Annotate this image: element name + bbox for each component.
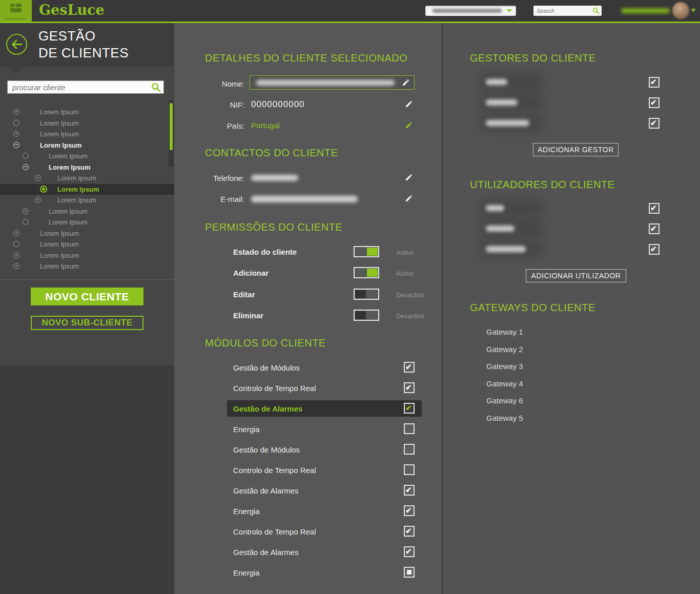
selected-radio-icon[interactable]: [40, 186, 47, 193]
gateway-item[interactable]: Gateway 2: [486, 345, 523, 354]
tree-item[interactable]: Lorem Ipsum: [0, 118, 174, 129]
edit-email-icon[interactable]: [405, 194, 413, 202]
edit-phone-icon[interactable]: [405, 173, 413, 181]
gateway-item[interactable]: Gateway 6: [486, 396, 523, 405]
new-subclient-button[interactable]: NOVO SUB-CLIENTE: [31, 316, 143, 330]
user-checkbox[interactable]: ✔: [649, 223, 660, 234]
geluce-client-management-page: DASHBOARD GesLuce GESTÃO: [0, 0, 700, 594]
module-checkbox[interactable]: [404, 423, 415, 434]
add-manager-button[interactable]: ADICIONAR GESTOR: [533, 143, 619, 156]
plus-circle-icon[interactable]: +: [13, 263, 19, 269]
module-checkbox[interactable]: ✔: [404, 382, 415, 393]
module-row[interactable]: Controlo de Tempo Real✔: [227, 380, 422, 396]
module-row[interactable]: Gestão de Alarmes✔: [227, 482, 422, 499]
module-checkbox[interactable]: ✔: [404, 526, 415, 537]
tree-item[interactable]: +Lorem Ipsum: [0, 228, 174, 239]
module-checkbox[interactable]: [404, 464, 415, 475]
permission-row: EliminarDesactivo: [174, 310, 442, 323]
name-input[interactable]: [250, 75, 415, 90]
module-checkbox[interactable]: ✔: [404, 362, 415, 373]
brand-logo[interactable]: GesLuce: [39, 2, 105, 18]
module-checkbox[interactable]: ✔: [404, 546, 415, 557]
permission-row: EditarDesactivo: [174, 289, 442, 302]
module-row[interactable]: Energia: [227, 421, 422, 437]
column-divider: [442, 23, 443, 594]
tree-item[interactable]: +Lorem Ipsum: [0, 195, 174, 206]
module-row[interactable]: Gestão de Módulos: [227, 441, 422, 458]
client-search-input[interactable]: [12, 82, 146, 92]
plus-circle-icon[interactable]: +: [13, 252, 19, 258]
gateway-item[interactable]: Gateway 4: [486, 379, 523, 388]
module-row[interactable]: Gestão de Alarmes✔: [227, 400, 422, 417]
plus-circle-icon[interactable]: +: [35, 197, 41, 203]
tree-item[interactable]: Lorem Ipsum: [0, 239, 174, 250]
gateway-item[interactable]: Gateway 1: [486, 327, 523, 336]
module-checkbox[interactable]: ✔: [404, 505, 415, 516]
manager-checkbox[interactable]: ✔: [649, 97, 660, 108]
permission-toggle[interactable]: [354, 289, 379, 300]
minus-circle-icon[interactable]: −: [23, 164, 29, 170]
permission-label: Estado do cliente: [233, 248, 297, 256]
new-client-button[interactable]: NOVO CLIENTE: [31, 288, 143, 305]
module-checkbox[interactable]: ✔: [404, 403, 415, 414]
circle-circle-icon[interactable]: [13, 120, 19, 126]
circle-circle-icon[interactable]: [23, 153, 29, 159]
module-checkbox[interactable]: [404, 567, 415, 578]
tree-item[interactable]: +Lorem Ipsum: [0, 250, 174, 261]
tree-item[interactable]: +Lorem Ipsum: [0, 129, 174, 140]
check-mark: ✔: [650, 224, 657, 233]
search-icon[interactable]: [592, 7, 600, 14]
edit-nif-icon[interactable]: [405, 100, 413, 108]
user-menu[interactable]: [615, 0, 697, 22]
minus-circle-icon[interactable]: −: [13, 142, 19, 148]
circle-circle-icon[interactable]: [13, 241, 19, 247]
client-select-dropdown[interactable]: [425, 6, 516, 16]
tree-item[interactable]: −Lorem Ipsum: [0, 162, 174, 173]
manager-checkbox[interactable]: ✔: [649, 118, 660, 129]
user-name-redacted: [486, 226, 514, 232]
tree-item[interactable]: +Lorem Ipsum: [0, 206, 174, 217]
sidebar-scrollbar-thumb[interactable]: [170, 103, 173, 150]
permission-toggle[interactable]: [354, 310, 379, 321]
plus-circle-icon[interactable]: +: [23, 208, 29, 214]
plus-circle-icon[interactable]: +: [13, 131, 19, 137]
gateway-item[interactable]: Gateway 5: [486, 414, 523, 422]
module-row[interactable]: Controlo de Tempo Real✔: [227, 523, 422, 540]
permission-toggle[interactable]: [354, 246, 379, 257]
tree-item[interactable]: +Lorem Ipsum: [0, 173, 174, 184]
dashboard-button-label: DASHBOARD: [0, 17, 32, 21]
module-row[interactable]: Energia: [227, 564, 422, 581]
plus-circle-icon[interactable]: +: [13, 230, 19, 236]
edit-country-icon[interactable]: [405, 121, 413, 129]
tree-item[interactable]: +Lorem Ipsum: [0, 107, 174, 118]
module-row[interactable]: Controlo de Tempo Real: [227, 462, 422, 478]
module-checkbox[interactable]: [404, 444, 415, 455]
dashboard-button[interactable]: DASHBOARD: [0, 0, 32, 22]
tree-item[interactable]: Lorem Ipsum: [0, 217, 174, 228]
check-mark: ✔: [405, 526, 412, 536]
tree-item-label: Lorem Ipsum: [40, 141, 82, 149]
module-row[interactable]: Energia✔: [227, 503, 422, 519]
module-row[interactable]: Gestão de Alarmes✔: [227, 544, 422, 560]
manager-checkbox[interactable]: ✔: [649, 77, 660, 88]
search-icon[interactable]: [151, 83, 161, 92]
module-checkbox[interactable]: ✔: [404, 485, 415, 496]
global-search-input[interactable]: [537, 6, 588, 15]
module-label: Energia: [233, 507, 260, 516]
back-button[interactable]: [6, 34, 27, 55]
user-checkbox[interactable]: ✔: [649, 244, 660, 255]
module-row[interactable]: Gestão de Módulos✔: [227, 359, 422, 376]
tree-item[interactable]: −Lorem Ipsum: [0, 140, 174, 151]
toggle-knob: [355, 290, 366, 298]
plus-circle-icon[interactable]: +: [13, 109, 19, 115]
plus-circle-icon[interactable]: +: [35, 175, 41, 181]
add-user-button[interactable]: ADICIONAR UTILIZADOR: [526, 269, 626, 282]
circle-circle-icon[interactable]: [23, 219, 29, 225]
tree-item[interactable]: +Lorem Ipsum: [0, 261, 174, 272]
gateway-item[interactable]: Gateway 3: [486, 362, 523, 371]
edit-name-icon[interactable]: [402, 78, 410, 87]
user-checkbox[interactable]: ✔: [649, 203, 660, 214]
tree-item[interactable]: Lorem Ipsum: [0, 151, 174, 162]
tree-item[interactable]: Lorem Ipsum: [0, 184, 174, 195]
permission-toggle[interactable]: [354, 267, 379, 278]
